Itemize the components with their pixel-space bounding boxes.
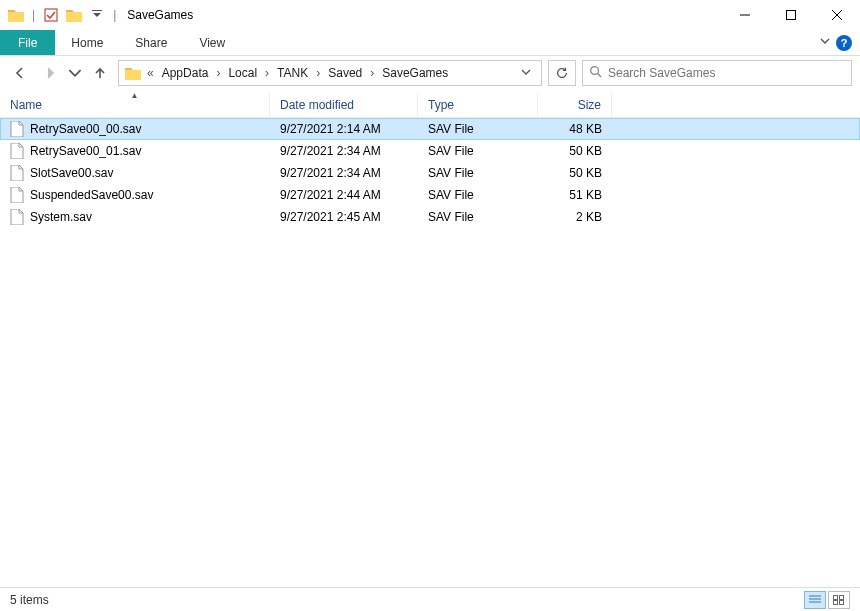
file-icon: [10, 165, 24, 181]
breadcrumb-tank[interactable]: TANK: [273, 61, 312, 85]
minimize-button[interactable]: [722, 0, 768, 30]
tab-view[interactable]: View: [183, 30, 241, 55]
file-name: System.sav: [30, 210, 92, 224]
file-row[interactable]: SlotSave00.sav9/27/2021 2:34 AMSAV File5…: [0, 162, 860, 184]
file-size: 50 KB: [538, 140, 612, 162]
breadcrumb-appdata[interactable]: AppData: [158, 61, 213, 85]
chevron-right-icon[interactable]: ›: [261, 61, 273, 85]
svg-rect-3: [787, 11, 796, 20]
svg-rect-14: [840, 600, 844, 604]
file-name: SlotSave00.sav: [30, 166, 113, 180]
file-icon: [10, 121, 24, 137]
close-button[interactable]: [814, 0, 860, 30]
file-name: SuspendedSave00.sav: [30, 188, 153, 202]
file-date: 9/27/2021 2:34 AM: [270, 162, 418, 184]
status-count: 5 items: [10, 593, 49, 607]
breadcrumb-local[interactable]: Local: [224, 61, 261, 85]
chevron-right-icon[interactable]: ›: [212, 61, 224, 85]
column-headers: Name ▲ Date modified Type Size: [0, 92, 860, 118]
file-date: 9/27/2021 2:14 AM: [270, 118, 418, 140]
recent-locations-button[interactable]: [68, 61, 82, 85]
status-bar: 5 items: [0, 587, 860, 611]
svg-point-6: [591, 67, 599, 75]
address-folder-icon: [123, 66, 143, 80]
address-bar[interactable]: « AppData › Local › TANK › Saved › SaveG…: [118, 60, 542, 86]
breadcrumb-savegames[interactable]: SaveGames: [378, 61, 452, 85]
file-icon: [10, 209, 24, 225]
qat-properties-icon[interactable]: [41, 5, 61, 25]
file-row[interactable]: SuspendedSave00.sav9/27/2021 2:44 AMSAV …: [0, 184, 860, 206]
column-size[interactable]: Size: [538, 92, 612, 117]
svg-line-7: [598, 74, 602, 78]
column-name-label: Name: [10, 98, 42, 112]
file-size: 51 KB: [538, 184, 612, 206]
file-row[interactable]: System.sav9/27/2021 2:45 AMSAV File2 KB: [0, 206, 860, 228]
back-button[interactable]: [8, 61, 32, 85]
file-list: RetrySave00_00.sav9/27/2021 2:14 AMSAV F…: [0, 118, 860, 228]
svg-rect-1: [92, 10, 102, 11]
titlebar: | | SaveGames: [0, 0, 860, 30]
address-dropdown-icon[interactable]: [515, 66, 537, 80]
navbar: « AppData › Local › TANK › Saved › SaveG…: [0, 56, 860, 92]
svg-rect-0: [45, 9, 57, 21]
tab-home[interactable]: Home: [55, 30, 119, 55]
breadcrumb-overflow[interactable]: «: [143, 61, 158, 85]
file-type: SAV File: [418, 184, 538, 206]
qat-separator-2: |: [110, 8, 119, 22]
file-icon: [10, 143, 24, 159]
file-row[interactable]: RetrySave00_00.sav9/27/2021 2:14 AMSAV F…: [0, 118, 860, 140]
file-type: SAV File: [418, 206, 538, 228]
qat-new-folder-icon[interactable]: [64, 5, 84, 25]
file-size: 50 KB: [538, 162, 612, 184]
file-row[interactable]: RetrySave00_01.sav9/27/2021 2:34 AMSAV F…: [0, 140, 860, 162]
ribbon-expand-icon[interactable]: [818, 34, 832, 51]
column-date[interactable]: Date modified: [270, 92, 418, 117]
file-icon: [10, 187, 24, 203]
view-large-icons-button[interactable]: [828, 591, 850, 609]
file-date: 9/27/2021 2:45 AM: [270, 206, 418, 228]
search-box[interactable]: [582, 60, 852, 86]
ribbon-tabs: File Home Share View ?: [0, 30, 860, 56]
breadcrumb-saved[interactable]: Saved: [324, 61, 366, 85]
search-input[interactable]: [608, 66, 845, 80]
column-type[interactable]: Type: [418, 92, 538, 117]
chevron-right-icon[interactable]: ›: [366, 61, 378, 85]
forward-button[interactable]: [38, 61, 62, 85]
file-name: RetrySave00_00.sav: [30, 122, 141, 136]
maximize-button[interactable]: [768, 0, 814, 30]
svg-rect-12: [840, 595, 844, 599]
qat-separator: |: [29, 8, 38, 22]
up-button[interactable]: [88, 61, 112, 85]
view-details-button[interactable]: [804, 591, 826, 609]
file-type: SAV File: [418, 140, 538, 162]
tab-file[interactable]: File: [0, 30, 55, 55]
file-name: RetrySave00_01.sav: [30, 144, 141, 158]
svg-rect-13: [834, 600, 838, 604]
window-title: SaveGames: [119, 8, 193, 22]
tab-share[interactable]: Share: [119, 30, 183, 55]
help-icon[interactable]: ?: [836, 35, 852, 51]
qat-customize-icon[interactable]: [87, 5, 107, 25]
file-size: 2 KB: [538, 206, 612, 228]
chevron-right-icon[interactable]: ›: [312, 61, 324, 85]
refresh-button[interactable]: [548, 60, 576, 86]
file-type: SAV File: [418, 118, 538, 140]
column-name[interactable]: Name ▲: [0, 92, 270, 117]
app-folder-icon: [6, 5, 26, 25]
file-date: 9/27/2021 2:44 AM: [270, 184, 418, 206]
file-date: 9/27/2021 2:34 AM: [270, 140, 418, 162]
search-icon: [589, 65, 602, 81]
sort-ascending-icon: ▲: [131, 91, 139, 100]
svg-rect-11: [834, 595, 838, 599]
file-type: SAV File: [418, 162, 538, 184]
file-size: 48 KB: [538, 118, 612, 140]
